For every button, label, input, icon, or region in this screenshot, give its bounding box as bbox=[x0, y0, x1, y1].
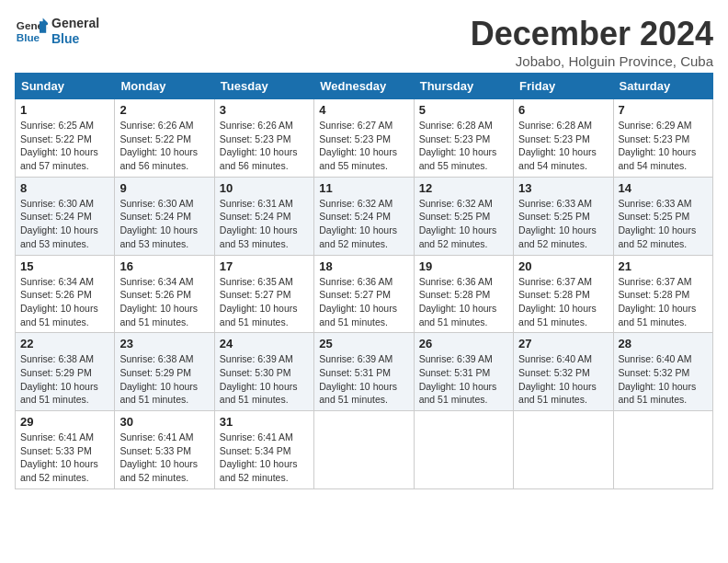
day-number: 29 bbox=[20, 415, 109, 429]
header-cell-thursday: Thursday bbox=[414, 74, 513, 99]
day-info: Sunrise: 6:32 AMSunset: 5:24 PMDaylight:… bbox=[319, 197, 408, 251]
logo-text-line2: Blue bbox=[51, 31, 99, 47]
day-number: 13 bbox=[518, 181, 608, 195]
day-number: 16 bbox=[119, 259, 209, 273]
day-info: Sunrise: 6:39 AMSunset: 5:31 PMDaylight:… bbox=[319, 352, 408, 407]
page-header: General Blue General Blue December 2024 … bbox=[15, 15, 713, 69]
day-info: Sunrise: 6:40 AMSunset: 5:32 PMDaylight:… bbox=[619, 352, 708, 407]
month-title: December 2024 bbox=[471, 15, 713, 53]
day-number: 7 bbox=[619, 103, 708, 117]
day-number: 6 bbox=[518, 103, 608, 117]
day-info: Sunrise: 6:41 AMSunset: 5:34 PMDaylight:… bbox=[220, 431, 309, 485]
calendar-table: SundayMondayTuesdayWednesdayThursdayFrid… bbox=[15, 73, 713, 489]
day-info: Sunrise: 6:39 AMSunset: 5:31 PMDaylight:… bbox=[419, 352, 508, 407]
day-number: 5 bbox=[419, 103, 508, 117]
day-info: Sunrise: 6:28 AMSunset: 5:23 PMDaylight:… bbox=[419, 119, 508, 173]
day-cell: 19Sunrise: 6:36 AMSunset: 5:28 PMDayligh… bbox=[414, 255, 513, 333]
day-cell: 5Sunrise: 6:28 AMSunset: 5:23 PMDaylight… bbox=[414, 99, 513, 178]
day-cell: 8Sunrise: 6:30 AMSunset: 5:24 PMDaylight… bbox=[16, 177, 115, 255]
day-info: Sunrise: 6:27 AMSunset: 5:23 PMDaylight:… bbox=[319, 119, 408, 173]
day-info: Sunrise: 6:28 AMSunset: 5:23 PMDaylight:… bbox=[518, 119, 608, 173]
day-number: 28 bbox=[619, 337, 708, 350]
week-row-3: 15Sunrise: 6:34 AMSunset: 5:26 PMDayligh… bbox=[16, 255, 713, 333]
location-title: Jobabo, Holguin Province, Cuba bbox=[471, 53, 713, 69]
day-cell: 15Sunrise: 6:34 AMSunset: 5:26 PMDayligh… bbox=[16, 255, 115, 333]
day-cell bbox=[514, 411, 613, 489]
day-number: 18 bbox=[319, 259, 408, 273]
day-info: Sunrise: 6:41 AMSunset: 5:33 PMDaylight:… bbox=[20, 431, 109, 485]
day-info: Sunrise: 6:32 AMSunset: 5:25 PMDaylight:… bbox=[419, 197, 508, 251]
day-number: 30 bbox=[119, 415, 209, 429]
day-cell bbox=[314, 411, 414, 489]
day-cell: 16Sunrise: 6:34 AMSunset: 5:26 PMDayligh… bbox=[115, 255, 214, 333]
day-number: 1 bbox=[20, 103, 109, 117]
day-cell: 2Sunrise: 6:26 AMSunset: 5:22 PMDaylight… bbox=[115, 99, 214, 178]
day-cell: 9Sunrise: 6:30 AMSunset: 5:24 PMDaylight… bbox=[115, 177, 214, 255]
day-number: 4 bbox=[319, 103, 408, 117]
day-info: Sunrise: 6:37 AMSunset: 5:28 PMDaylight:… bbox=[518, 275, 608, 329]
day-cell: 14Sunrise: 6:33 AMSunset: 5:25 PMDayligh… bbox=[613, 177, 712, 255]
day-info: Sunrise: 6:31 AMSunset: 5:24 PMDaylight:… bbox=[220, 197, 309, 251]
day-number: 2 bbox=[119, 103, 209, 117]
logo-text-line1: General bbox=[51, 16, 99, 31]
day-info: Sunrise: 6:25 AMSunset: 5:22 PMDaylight:… bbox=[20, 119, 109, 173]
day-number: 22 bbox=[20, 337, 109, 350]
day-info: Sunrise: 6:38 AMSunset: 5:29 PMDaylight:… bbox=[20, 352, 109, 407]
day-cell: 18Sunrise: 6:36 AMSunset: 5:27 PMDayligh… bbox=[314, 255, 414, 333]
day-cell: 7Sunrise: 6:29 AMSunset: 5:23 PMDaylight… bbox=[613, 99, 712, 178]
day-info: Sunrise: 6:26 AMSunset: 5:23 PMDaylight:… bbox=[220, 119, 309, 173]
day-number: 15 bbox=[20, 259, 109, 273]
day-info: Sunrise: 6:38 AMSunset: 5:29 PMDaylight:… bbox=[119, 352, 209, 407]
day-number: 3 bbox=[220, 103, 309, 117]
day-info: Sunrise: 6:30 AMSunset: 5:24 PMDaylight:… bbox=[119, 197, 209, 251]
logo: General Blue General Blue bbox=[15, 15, 99, 48]
day-info: Sunrise: 6:35 AMSunset: 5:27 PMDaylight:… bbox=[220, 275, 309, 329]
day-number: 20 bbox=[518, 259, 608, 273]
day-info: Sunrise: 6:33 AMSunset: 5:25 PMDaylight:… bbox=[619, 197, 708, 251]
week-row-5: 29Sunrise: 6:41 AMSunset: 5:33 PMDayligh… bbox=[16, 411, 713, 489]
logo-icon: General Blue bbox=[15, 15, 48, 48]
day-number: 31 bbox=[220, 415, 309, 429]
header-cell-saturday: Saturday bbox=[613, 74, 712, 99]
day-cell bbox=[414, 411, 513, 489]
day-info: Sunrise: 6:40 AMSunset: 5:32 PMDaylight:… bbox=[518, 352, 608, 407]
day-cell: 10Sunrise: 6:31 AMSunset: 5:24 PMDayligh… bbox=[214, 177, 313, 255]
day-info: Sunrise: 6:36 AMSunset: 5:28 PMDaylight:… bbox=[419, 275, 508, 329]
day-number: 24 bbox=[220, 337, 309, 350]
day-number: 21 bbox=[619, 259, 708, 273]
day-number: 27 bbox=[518, 337, 608, 350]
day-cell: 29Sunrise: 6:41 AMSunset: 5:33 PMDayligh… bbox=[16, 411, 115, 489]
day-cell: 20Sunrise: 6:37 AMSunset: 5:28 PMDayligh… bbox=[514, 255, 613, 333]
day-number: 26 bbox=[419, 337, 508, 350]
day-cell: 1Sunrise: 6:25 AMSunset: 5:22 PMDaylight… bbox=[16, 99, 115, 178]
day-cell: 25Sunrise: 6:39 AMSunset: 5:31 PMDayligh… bbox=[314, 333, 414, 411]
day-cell: 22Sunrise: 6:38 AMSunset: 5:29 PMDayligh… bbox=[16, 333, 115, 411]
day-cell: 12Sunrise: 6:32 AMSunset: 5:25 PMDayligh… bbox=[414, 177, 513, 255]
day-cell: 4Sunrise: 6:27 AMSunset: 5:23 PMDaylight… bbox=[314, 99, 414, 178]
header-cell-sunday: Sunday bbox=[16, 74, 115, 99]
week-row-2: 8Sunrise: 6:30 AMSunset: 5:24 PMDaylight… bbox=[16, 177, 713, 255]
day-number: 25 bbox=[319, 337, 408, 350]
day-info: Sunrise: 6:29 AMSunset: 5:23 PMDaylight:… bbox=[619, 119, 708, 173]
day-number: 12 bbox=[419, 181, 508, 195]
day-cell: 6Sunrise: 6:28 AMSunset: 5:23 PMDaylight… bbox=[514, 99, 613, 178]
week-row-4: 22Sunrise: 6:38 AMSunset: 5:29 PMDayligh… bbox=[16, 333, 713, 411]
svg-text:Blue: Blue bbox=[17, 31, 40, 43]
day-number: 8 bbox=[20, 181, 109, 195]
day-info: Sunrise: 6:34 AMSunset: 5:26 PMDaylight:… bbox=[20, 275, 109, 329]
week-row-1: 1Sunrise: 6:25 AMSunset: 5:22 PMDaylight… bbox=[16, 99, 713, 178]
day-cell: 13Sunrise: 6:33 AMSunset: 5:25 PMDayligh… bbox=[514, 177, 613, 255]
day-cell: 31Sunrise: 6:41 AMSunset: 5:34 PMDayligh… bbox=[214, 411, 313, 489]
header-row: SundayMondayTuesdayWednesdayThursdayFrid… bbox=[16, 74, 713, 99]
day-number: 14 bbox=[619, 181, 708, 195]
header-cell-tuesday: Tuesday bbox=[214, 74, 313, 99]
day-cell: 23Sunrise: 6:38 AMSunset: 5:29 PMDayligh… bbox=[115, 333, 214, 411]
day-number: 23 bbox=[119, 337, 209, 350]
day-cell: 11Sunrise: 6:32 AMSunset: 5:24 PMDayligh… bbox=[314, 177, 414, 255]
day-cell bbox=[613, 411, 712, 489]
day-info: Sunrise: 6:41 AMSunset: 5:33 PMDaylight:… bbox=[119, 431, 209, 485]
day-number: 17 bbox=[220, 259, 309, 273]
day-info: Sunrise: 6:39 AMSunset: 5:30 PMDaylight:… bbox=[220, 352, 309, 407]
day-info: Sunrise: 6:36 AMSunset: 5:27 PMDaylight:… bbox=[319, 275, 408, 329]
day-cell: 27Sunrise: 6:40 AMSunset: 5:32 PMDayligh… bbox=[514, 333, 613, 411]
